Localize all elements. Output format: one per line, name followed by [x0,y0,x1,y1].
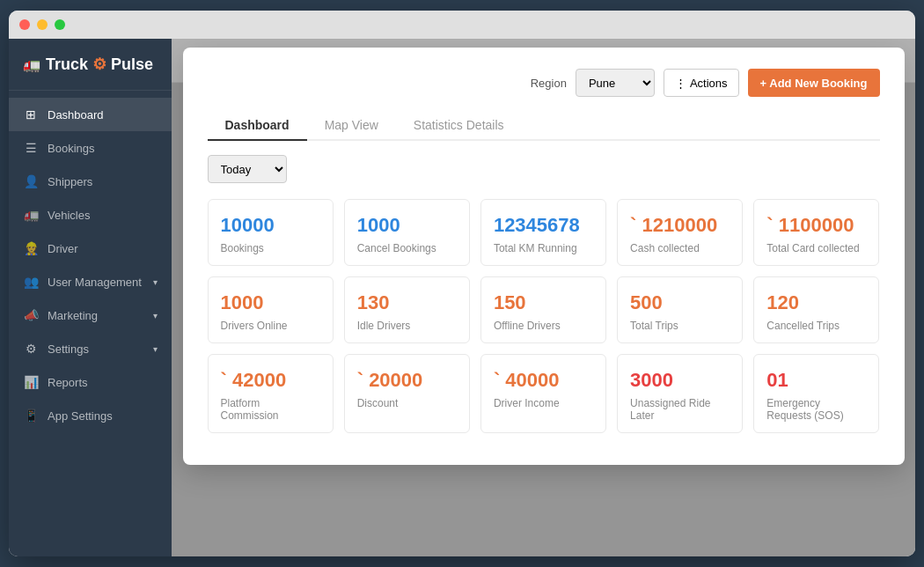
stat-value: 12345678 [494,214,593,237]
stat-label: Cancel Bookings [357,242,457,254]
sidebar-item-vehicles[interactable]: 🚛 Vehicles [9,198,172,232]
vehicles-icon: 🚛 [23,208,39,222]
sidebar-item-bookings[interactable]: ☰ Bookings [9,131,172,165]
reports-icon: 📊 [23,375,39,389]
stat-card-idle-drivers: 130 Idle Drivers [344,276,470,343]
sidebar: 🚛 Truck ⚙ Pulse ⊞ Dashboard ☰ Bookings 👤… [9,39,172,556]
date-select[interactable]: Today [208,155,287,183]
stat-label: Bookings [221,242,320,254]
main-content: 🔔 R Ravi Kumar ▾ Active Bookings Cancell… [172,39,915,556]
sidebar-item-label: Reports [48,376,88,389]
stat-value: 1000 [221,291,320,314]
stat-value: 3000 [630,369,730,392]
stat-value: ` 40000 [494,369,593,392]
tab-statistics-details[interactable]: Statistics Details [396,111,522,141]
stat-value: 1000 [357,214,457,237]
stat-label: Driver Income [494,397,593,409]
stat-card-drivers-online: 1000 Drivers Online [208,276,334,343]
tab-map-view[interactable]: Map View [307,111,396,141]
stat-value: ` 42000 [221,369,320,392]
modal-tabs: Dashboard Map View Statistics Details [208,111,880,141]
stat-label: Total KM Running [494,242,593,254]
maximize-dot[interactable] [55,19,65,30]
sidebar-item-reports[interactable]: 📊 Reports [9,365,172,399]
usermgmt-icon: 👥 [23,275,39,289]
actions-label: Actions [690,77,728,90]
sidebar-item-label: Shippers [48,175,92,188]
stat-value: 500 [630,291,730,314]
sidebar-item-label: Bookings [48,142,94,155]
chevron-down-icon: ▾ [153,311,158,320]
sidebar-item-shippers[interactable]: 👤 Shippers [9,165,172,198]
sidebar-item-label: Driver [48,242,78,255]
stat-label: Drivers Online [221,320,320,332]
tab-dashboard[interactable]: Dashboard [208,111,307,141]
sidebar-item-label: User Management [48,276,142,289]
modal-overlay: Region Pune ⋮ Actions + Add New Booking [172,39,915,556]
bookings-icon: ☰ [23,141,39,155]
stat-card-offline-drivers: 150 Offline Drivers [480,276,606,343]
stat-card-total-card-collected: ` 1100000 Total Card collected [753,199,879,266]
browser-window: 🚛 Truck ⚙ Pulse ⊞ Dashboard ☰ Bookings 👤… [9,11,915,556]
chevron-down-icon: ▾ [153,277,158,287]
marketing-icon: 📣 [23,308,39,322]
stat-label: Idle Drivers [357,320,457,332]
stat-value: ` 1100000 [766,214,866,237]
stat-card-cancel-bookings: 1000 Cancel Bookings [344,199,470,266]
close-dot[interactable] [19,19,30,30]
sidebar-item-settings[interactable]: ⚙ Settings ▾ [9,332,172,365]
stat-card-cash-collected: ` 1210000 Cash collected [617,199,743,266]
stats-row-3: ` 42000 Platform Commission ` 20000 Disc… [208,354,880,433]
stat-label: Cancelled Trips [766,320,866,332]
stat-label: Platform Commission [221,397,320,422]
stat-card-discount: ` 20000 Discount [344,354,470,433]
sidebar-item-user-management[interactable]: 👥 User Management ▾ [9,265,172,298]
region-select[interactable]: Pune [576,69,655,97]
minimize-dot[interactable] [37,19,48,30]
sidebar-item-dashboard[interactable]: ⊞ Dashboard [9,98,172,131]
sidebar-item-app-settings[interactable]: 📱 App Settings [9,399,172,432]
add-booking-button[interactable]: + Add New Booking [748,69,880,97]
browser-titlebar [9,11,915,39]
stat-card-total-km: 12345678 Total KM Running [480,199,606,266]
sidebar-item-label: Dashboard [48,108,104,122]
sidebar-item-marketing[interactable]: 📣 Marketing ▾ [9,298,172,332]
stat-card-emergency-sos: 01 Emergency Requests (SOS) [753,354,879,433]
shippers-icon: 👤 [23,174,39,188]
region-label: Region [531,77,567,90]
dashboard-modal: Region Pune ⋮ Actions + Add New Booking [183,48,905,465]
sidebar-item-label: Marketing [48,309,98,322]
add-booking-label: + Add New Booking [760,77,868,90]
app-layout: 🚛 Truck ⚙ Pulse ⊞ Dashboard ☰ Bookings 👤… [9,39,915,556]
actions-button[interactable]: ⋮ Actions [664,69,739,97]
settings-icon: ⚙ [23,342,39,356]
stat-label: Cash collected [630,242,730,254]
stat-value: 120 [766,291,866,314]
stats-row-2: 1000 Drivers Online 130 Idle Drivers 150… [208,276,880,343]
stats-row-1: 10000 Bookings 1000 Cancel Bookings 1234… [208,199,880,266]
truck-icon: 🚛 [23,56,40,73]
stat-label: Offline Drivers [494,320,593,332]
dots-icon: ⋮ [675,77,686,90]
dashboard-icon: ⊞ [23,107,39,122]
stat-card-cancelled-trips: 120 Cancelled Trips [753,276,879,343]
sidebar-nav: ⊞ Dashboard ☰ Bookings 👤 Shippers 🚛 Vehi… [9,91,172,556]
stat-value: 130 [357,291,457,314]
modal-header: Region Pune ⋮ Actions + Add New Booking [208,69,880,97]
stat-label: Total Card collected [766,242,866,254]
stat-value: ` 20000 [357,369,457,392]
chevron-down-icon: ▾ [153,344,158,354]
stat-card-driver-income: ` 40000 Driver Income [480,354,606,433]
stat-card-bookings: 10000 Bookings [208,199,334,266]
sidebar-logo: 🚛 Truck ⚙ Pulse [9,39,172,91]
logo-text: Truck ⚙ Pulse [46,55,153,74]
stat-value: 01 [766,369,866,392]
stat-value: 150 [494,291,593,314]
sidebar-item-label: Settings [48,342,89,356]
sidebar-item-driver[interactable]: 👷 Driver [9,232,172,265]
stat-card-total-trips: 500 Total Trips [617,276,743,343]
stat-label: Emergency Requests (SOS) [766,397,866,422]
stat-label: Total Trips [630,320,730,332]
stat-label: Unassigned Ride Later [630,397,730,422]
sidebar-item-label: Vehicles [48,209,90,222]
